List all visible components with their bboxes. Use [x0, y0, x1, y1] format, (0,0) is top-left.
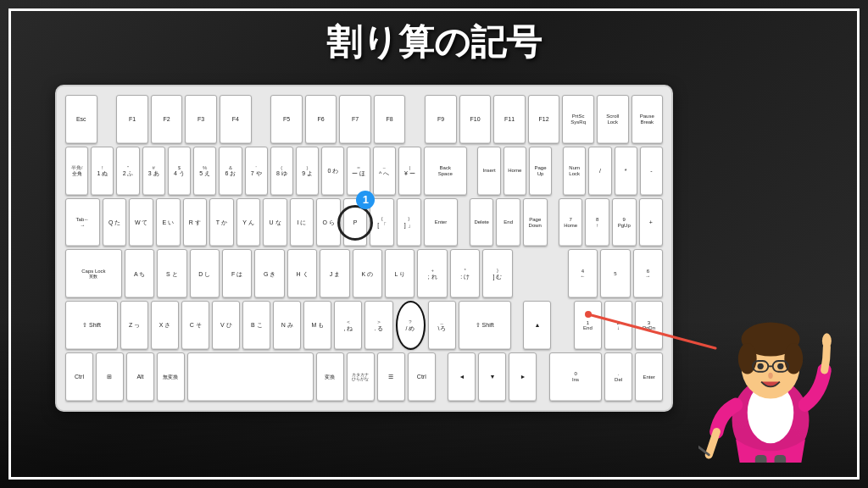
key-katakana[interactable]: カタカナひらがな: [347, 352, 375, 402]
key-num5[interactable]: 5: [600, 249, 630, 298]
key-3[interactable]: #3 あ: [142, 147, 165, 196]
key-f4[interactable]: F4: [220, 95, 252, 144]
key-win[interactable]: ⊞: [96, 352, 124, 402]
key-f7[interactable]: F7: [339, 95, 371, 144]
key-h[interactable]: H く: [287, 249, 317, 298]
key-c[interactable]: C そ: [181, 301, 209, 350]
key-backspace[interactable]: BackSpace: [424, 147, 466, 196]
key-insert[interactable]: Insert: [477, 147, 500, 196]
key-4[interactable]: $4 う: [168, 147, 191, 196]
key-delete[interactable]: Delete: [470, 198, 494, 247]
key-num7[interactable]: 7Home: [559, 198, 583, 247]
key-num6[interactable]: 6→: [633, 249, 663, 298]
key-esc[interactable]: Esc: [65, 95, 97, 144]
key-num0[interactable]: 0Ins: [549, 352, 602, 402]
key-w[interactable]: W て: [129, 198, 153, 247]
key-z[interactable]: Z っ: [120, 301, 148, 350]
key-f5[interactable]: F5: [270, 95, 303, 144]
key-2[interactable]: "2 ふ: [116, 147, 139, 196]
key-f12[interactable]: F12: [528, 95, 560, 144]
key-1[interactable]: !1 ぬ: [91, 147, 114, 196]
key-pagedown[interactable]: PageDown: [523, 198, 548, 247]
key-backslash[interactable]: _\ろ: [428, 301, 456, 350]
key-f9[interactable]: F9: [425, 95, 457, 144]
key-6[interactable]: &6 お: [219, 147, 242, 196]
key-p[interactable]: P 1: [343, 198, 368, 247]
key-f11[interactable]: F11: [493, 95, 526, 144]
key-9[interactable]: )9 よ: [296, 147, 319, 196]
key-d[interactable]: D し: [190, 249, 220, 298]
key-x[interactable]: X さ: [151, 301, 179, 350]
key-alt[interactable]: Alt: [126, 352, 154, 402]
key-numslash[interactable]: /: [588, 147, 611, 196]
key-tab[interactable]: Tab←→: [65, 198, 100, 247]
key-shift-right[interactable]: ⇧ Shift: [459, 301, 511, 350]
key-minus[interactable]: ＝ー ほ: [347, 147, 370, 196]
key-enter[interactable]: Enter: [424, 198, 459, 247]
key-f[interactable]: F は: [222, 249, 252, 298]
key-slash[interactable]: ?/ め: [396, 301, 426, 350]
key-ctrl-right[interactable]: Ctrl: [408, 352, 436, 402]
key-g[interactable]: G き: [254, 249, 284, 298]
key-y[interactable]: Y ん: [236, 198, 261, 247]
key-t[interactable]: T か: [209, 198, 234, 247]
key-num4[interactable]: 4←: [568, 249, 598, 298]
key-colon[interactable]: *: け: [450, 249, 480, 298]
key-semicolon[interactable]: +; れ: [417, 249, 447, 298]
key-space[interactable]: [187, 352, 314, 402]
key-period[interactable]: >. る: [364, 301, 392, 350]
key-7[interactable]: '7 や: [245, 147, 268, 196]
key-0[interactable]: 0 わ: [321, 147, 344, 196]
key-j[interactable]: J ま: [320, 249, 349, 298]
key-num9[interactable]: 9PgUp: [612, 198, 637, 247]
key-pageup[interactable]: PageUp: [529, 147, 552, 196]
key-ctrl-left[interactable]: Ctrl: [65, 352, 93, 402]
key-arrow-right[interactable]: ►: [509, 352, 537, 402]
key-k[interactable]: K の: [353, 249, 382, 298]
key-scroll[interactable]: ScrollLock: [597, 95, 629, 144]
key-pause[interactable]: PauseBreak: [632, 95, 664, 144]
key-s[interactable]: S と: [157, 249, 186, 298]
key-numenter[interactable]: Enter: [635, 352, 663, 402]
key-q[interactable]: Q た: [103, 198, 127, 247]
key-yen[interactable]: |¥ ー: [398, 147, 421, 196]
key-caret[interactable]: ~^ へ: [373, 147, 396, 196]
key-f6[interactable]: F6: [305, 95, 337, 144]
key-numminus[interactable]: -: [640, 147, 663, 196]
key-home[interactable]: Home: [504, 147, 526, 196]
key-capslock[interactable]: Caps Lock英数: [65, 249, 122, 298]
key-end[interactable]: End: [496, 198, 520, 247]
key-f1[interactable]: F1: [116, 95, 148, 144]
key-muhenkan[interactable]: 無変換: [157, 352, 185, 402]
key-u[interactable]: U な: [263, 198, 287, 247]
key-num8[interactable]: 8↑: [585, 198, 609, 247]
key-comma[interactable]: <, ね: [334, 301, 362, 350]
key-bracket-open[interactable]: {[ 「: [370, 198, 394, 247]
key-v[interactable]: V ひ: [212, 301, 240, 350]
key-arrow-left[interactable]: ◄: [448, 352, 476, 402]
key-e[interactable]: E い: [156, 198, 181, 247]
key-bracket-j[interactable]: }] む: [482, 249, 512, 298]
key-8[interactable]: (8 ゆ: [270, 147, 293, 196]
key-f10[interactable]: F10: [459, 95, 492, 144]
key-numstar[interactable]: *: [615, 147, 637, 196]
key-numlock[interactable]: NumLock: [563, 147, 586, 196]
key-bracket-close[interactable]: }] 」: [397, 198, 421, 247]
key-5[interactable]: %5 え: [193, 147, 216, 196]
key-shift-left[interactable]: ⇧ Shift: [65, 301, 118, 350]
key-f8[interactable]: F8: [374, 95, 406, 144]
key-henkan[interactable]: 変換: [316, 352, 344, 402]
key-a[interactable]: A ち: [125, 249, 154, 298]
key-arrow-up[interactable]: ▲: [523, 301, 551, 350]
key-prtsc[interactable]: PrtScSysRq: [562, 95, 594, 144]
key-menu[interactable]: ☰: [377, 352, 405, 402]
key-numplus[interactable]: +: [639, 198, 664, 247]
key-f3[interactable]: F3: [185, 95, 217, 144]
key-m[interactable]: M も: [303, 301, 331, 350]
key-o[interactable]: O ら: [316, 198, 341, 247]
key-n[interactable]: N み: [273, 301, 301, 350]
key-l[interactable]: L り: [385, 249, 415, 298]
key-numdel[interactable]: .Del: [604, 352, 632, 402]
key-i[interactable]: I に: [290, 198, 314, 247]
key-r[interactable]: R す: [183, 198, 208, 247]
